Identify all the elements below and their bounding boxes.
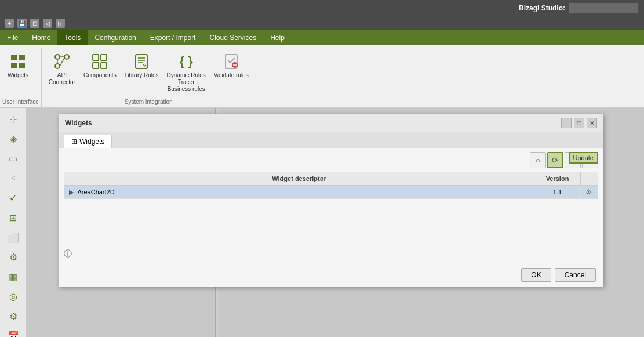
sidebar-icon-dotgrid[interactable]: ⁖ bbox=[3, 169, 24, 188]
ribbon-widgets[interactable]: Widgets bbox=[3, 50, 32, 81]
menu-bar: File Home Tools Configuration Export / I… bbox=[0, 30, 644, 45]
cell-gear[interactable]: ⚙ bbox=[581, 186, 598, 199]
content-area: Widgets — □ ✕ ⊞ Widgets ○ ⟳ ⧉ 🗑 bbox=[27, 108, 644, 337]
sidebar-icon-calendar[interactable]: 📅 bbox=[3, 327, 24, 337]
qa-icon-home[interactable]: ⊡ bbox=[30, 19, 39, 28]
app-title: Bizagi Studio: bbox=[519, 4, 565, 12]
dialog-minimize[interactable]: — bbox=[561, 118, 572, 128]
menu-file[interactable]: File bbox=[0, 30, 25, 45]
components-label: Components bbox=[83, 72, 117, 79]
dynamic-rules-icon: { } bbox=[177, 52, 195, 71]
dialog-titlebar: Widgets — □ ✕ bbox=[59, 114, 603, 132]
sidebar-icon-monitor[interactable]: ⬜ bbox=[3, 229, 24, 247]
widgets-dialog: Widgets — □ ✕ ⊞ Widgets ○ ⟳ ⧉ 🗑 bbox=[59, 114, 603, 287]
api-connector-label: APIConnector bbox=[49, 72, 75, 86]
sidebar-icon-rect[interactable]: ▭ bbox=[3, 150, 24, 168]
sidebar-icon-gear[interactable]: ⚙ bbox=[3, 307, 24, 325]
svg-rect-12 bbox=[93, 63, 99, 68]
widget-name-text: AreaChart2D bbox=[77, 189, 114, 195]
sidebar-icon-robot[interactable]: ⚙ bbox=[3, 248, 24, 266]
svg-rect-14 bbox=[136, 55, 147, 68]
ribbon-group-system-integration: APIConnector Components bbox=[42, 48, 256, 107]
svg-rect-1 bbox=[19, 55, 25, 60]
row-gear-icon[interactable]: ⚙ bbox=[585, 188, 592, 196]
dialog-close[interactable]: ✕ bbox=[587, 118, 597, 128]
ribbon-components[interactable]: Components bbox=[80, 50, 120, 95]
svg-rect-11 bbox=[101, 55, 107, 60]
dialog-controls: — □ ✕ bbox=[561, 118, 597, 128]
svg-point-5 bbox=[64, 55, 69, 59]
cancel-button[interactable]: Cancel bbox=[555, 268, 596, 282]
qa-icon-back[interactable]: ◁ bbox=[43, 19, 52, 28]
svg-rect-3 bbox=[19, 63, 25, 68]
widgets-icon bbox=[9, 52, 27, 71]
menu-home[interactable]: Home bbox=[25, 30, 57, 45]
cell-widget-name: ▶ AreaChart2D bbox=[64, 186, 534, 199]
svg-rect-2 bbox=[11, 63, 17, 68]
app-input[interactable] bbox=[569, 3, 638, 13]
dialog-title: Widgets bbox=[65, 119, 92, 127]
table-toolbar: ○ ⟳ ⧉ 🗑 Update bbox=[59, 148, 603, 172]
menu-configuration[interactable]: Configuration bbox=[88, 30, 143, 45]
toolbar-refresh-btn[interactable]: ⟳ bbox=[547, 152, 563, 168]
dialog-tabs: ⊞ Widgets bbox=[59, 132, 603, 148]
menu-help[interactable]: Help bbox=[263, 30, 292, 45]
sidebar-icon-grid[interactable]: ⊞ bbox=[3, 209, 24, 227]
svg-rect-13 bbox=[101, 63, 107, 68]
tab-widgets-icon: ⊞ bbox=[71, 137, 77, 146]
sidebar-icon-hand[interactable]: ◈ bbox=[3, 130, 24, 148]
toolbar-circle-btn[interactable]: ○ bbox=[530, 152, 546, 168]
widgets-label: Widgets bbox=[8, 72, 28, 79]
top-bar: Bizagi Studio: bbox=[0, 0, 644, 16]
ribbon-dynamic-rules[interactable]: { } Dynamic RulesTracerBusiness rules bbox=[163, 50, 209, 95]
table-row[interactable]: ▶ AreaChart2D 1.1 ⚙ bbox=[64, 186, 598, 199]
dialog-maximize[interactable]: □ bbox=[574, 118, 584, 128]
update-tooltip: Update bbox=[569, 152, 598, 164]
ribbon-items-ui: Widgets bbox=[2, 48, 39, 84]
system-integration-label: System integration bbox=[44, 97, 253, 107]
tab-widgets-label: Widgets bbox=[79, 137, 104, 146]
ribbon-group-user-interface: Widgets User Interface bbox=[0, 48, 42, 107]
sidebar-icon-user-check[interactable]: ✓ bbox=[3, 189, 24, 208]
col-widget-descriptor: Widget descriptor bbox=[64, 172, 534, 186]
dialog-footer: OK Cancel bbox=[59, 263, 603, 287]
tab-widgets[interactable]: ⊞ Widgets bbox=[64, 135, 112, 148]
dynamic-rules-label: Dynamic RulesTracerBusiness rules bbox=[167, 72, 206, 93]
svg-rect-10 bbox=[93, 55, 99, 60]
ribbon: Widgets User Interface APICon bbox=[0, 45, 644, 108]
library-rules-icon bbox=[132, 52, 151, 71]
menu-cloud-services[interactable]: Cloud Services bbox=[202, 30, 263, 45]
menu-export-import[interactable]: Export / Import bbox=[143, 30, 203, 45]
svg-point-4 bbox=[55, 55, 60, 59]
menu-tools[interactable]: Tools bbox=[57, 30, 88, 45]
qa-icon-forward[interactable]: ▷ bbox=[56, 19, 65, 28]
sidebar-icon-globe[interactable]: ◎ bbox=[3, 287, 24, 306]
widget-table: Widget descriptor Version ▶ AreaChart2D … bbox=[64, 172, 598, 245]
svg-rect-0 bbox=[11, 55, 17, 60]
ribbon-library-rules[interactable]: Library Rules bbox=[121, 50, 162, 95]
sidebar-icon-cursor[interactable]: ⊹ bbox=[3, 110, 24, 129]
info-icon[interactable]: ⓘ bbox=[64, 249, 72, 258]
library-rules-label: Library Rules bbox=[125, 72, 159, 79]
table-row-empty bbox=[64, 199, 598, 245]
left-sidebar: ⊹ ◈ ▭ ⁖ ✓ ⊞ ⬜ ⚙ ▦ ◎ ⚙ 📅 bbox=[0, 108, 27, 337]
ok-button[interactable]: OK bbox=[521, 268, 551, 282]
sidebar-icon-barchart[interactable]: ▦ bbox=[3, 267, 24, 286]
validate-rules-icon bbox=[222, 52, 241, 71]
components-icon bbox=[90, 52, 109, 71]
ribbon-validate-rules[interactable]: Validate rules bbox=[210, 50, 252, 95]
cell-version: 1.1 bbox=[534, 186, 581, 199]
svg-point-6 bbox=[55, 64, 60, 68]
qa-icon-save[interactable]: 💾 bbox=[17, 19, 27, 28]
ribbon-items-system: APIConnector Components bbox=[44, 48, 253, 97]
expand-arrow[interactable]: ▶ bbox=[69, 189, 74, 195]
main-area: ⊹ ◈ ▭ ⁖ ✓ ⊞ ⬜ ⚙ ▦ ◎ ⚙ 📅 Widgets — □ ✕ bbox=[0, 108, 644, 337]
col-actions bbox=[581, 172, 598, 186]
ribbon-api-connector[interactable]: APIConnector bbox=[45, 50, 79, 95]
qa-icon-logo[interactable]: ✦ bbox=[5, 19, 14, 28]
quick-access-toolbar: ✦ 💾 ⊡ ◁ ▷ bbox=[0, 16, 644, 30]
validate-rules-label: Validate rules bbox=[214, 72, 249, 79]
api-connector-icon bbox=[53, 52, 71, 71]
svg-line-9 bbox=[60, 58, 64, 66]
user-interface-label: User Interface bbox=[2, 97, 39, 107]
